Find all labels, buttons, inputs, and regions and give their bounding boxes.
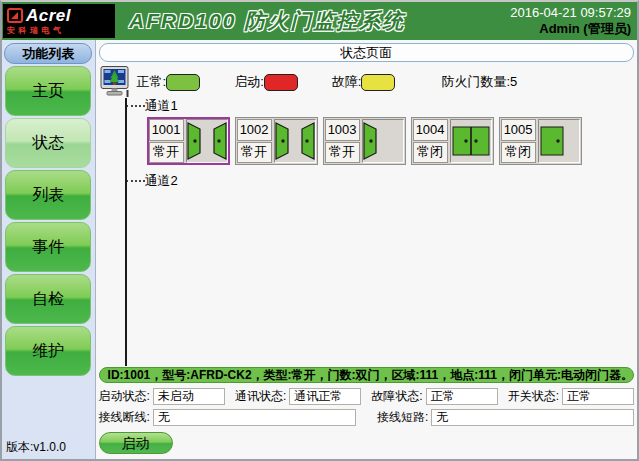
door-card-1002[interactable]: 1002常开 (235, 117, 318, 165)
status-fields-row1: 启动状态:未启动通讯状态:通讯正常故障状态:正常开关状态:正常 (99, 388, 634, 405)
wiring-field-group-0: 接线断线:无 (99, 409, 356, 426)
door-type: 常开 (325, 142, 360, 164)
door-count-label: 防火门数量:5 (441, 73, 517, 91)
door-id: 1001 (149, 119, 184, 141)
door-card-1003[interactable]: 1003常开 (323, 117, 406, 165)
status-field-label-0: 启动状态: (99, 388, 150, 405)
app-window: Acrel 安科瑞电气 AFRD100 防火门监控系统 2016-04-21 0… (0, 0, 639, 461)
status-field-value-3: 正常 (562, 388, 634, 405)
brand-subtitle: 安科瑞电气 (7, 25, 109, 36)
status-field-group-3: 开关状态:正常 (508, 388, 634, 405)
legend-item-0: 正常: (137, 73, 201, 91)
door-state-icon (538, 119, 580, 163)
legend-label: 正常: (137, 73, 167, 91)
acrel-logo: Acrel 安科瑞电气 (3, 4, 115, 38)
start-button[interactable]: 启动 (99, 432, 173, 454)
tree-connector (126, 105, 145, 107)
main-panel: 状态页面 (96, 40, 637, 459)
sidebar-item-list[interactable]: 列表 (5, 170, 91, 220)
door-card-1001[interactable]: 1001常开 (147, 117, 230, 165)
page-title: 状态页面 (99, 43, 634, 62)
sidebar-title: 功能列表 (4, 43, 92, 64)
sidebar-item-home[interactable]: 主页 (5, 66, 91, 116)
tree-connector (126, 180, 145, 182)
app-title: AFRD100 防火门监控系统 (129, 7, 405, 35)
legend-swatch (361, 74, 395, 91)
sidebar-item-status[interactable]: 状态 (5, 118, 91, 168)
computer-icon[interactable] (99, 66, 131, 98)
door-card-1005[interactable]: 1005常闭 (499, 117, 582, 165)
status-field-value-1: 通讯正常 (289, 388, 361, 405)
sidebar-item-maintain[interactable]: 维护 (5, 326, 91, 376)
door-id: 1002 (237, 119, 272, 141)
version-label: 版本:v1.0.0 (6, 439, 66, 456)
tree-node-channel2[interactable]: 通道2 (99, 173, 634, 189)
legend-swatch (166, 74, 200, 91)
status-field-group-0: 启动状态:未启动 (99, 388, 225, 405)
acrel-logo-icon (7, 8, 23, 23)
sidebar: 功能列表 主页状态列表事件自检维护 版本:v1.0.0 (2, 40, 96, 459)
legend-row: 正常:启动:故障: 防火门数量:5 (99, 66, 634, 98)
wiring-field-label-1: 接线短路: (377, 409, 428, 426)
door-state-icon (274, 119, 316, 163)
legend-label: 故障: (332, 73, 362, 91)
status-field-value-0: 未启动 (153, 388, 225, 405)
door-type: 常开 (237, 142, 272, 164)
brand-name: Acrel (26, 7, 71, 24)
sidebar-item-event[interactable]: 事件 (5, 222, 91, 272)
status-field-value-2: 正常 (426, 388, 498, 405)
tree-node-channel1[interactable]: 通道1 (99, 98, 634, 114)
datetime-label: 2016-04-21 09:57:29 (510, 5, 631, 21)
doors-row: 1001常开1002常开1003常开1004常闭1005常闭 (147, 117, 634, 165)
sidebar-item-selfcheck[interactable]: 自检 (5, 274, 91, 324)
legend-label: 启动: (234, 73, 264, 91)
status-field-label-2: 故障状态: (371, 388, 422, 405)
header: Acrel 安科瑞电气 AFRD100 防火门监控系统 2016-04-21 0… (2, 2, 637, 40)
user-label: Admin (管理员) (510, 21, 631, 37)
door-id: 1004 (413, 119, 448, 141)
status-field-label-3: 开关状态: (508, 388, 559, 405)
status-fields-row2: 接线断线:无接线短路:无 (99, 409, 634, 426)
door-id: 1005 (501, 119, 536, 141)
status-field-label-1: 通讯状态: (235, 388, 286, 405)
legend-items: 正常:启动:故障: (131, 73, 430, 91)
status-field-group-1: 通讯状态:通讯正常 (235, 388, 361, 405)
door-type: 常开 (149, 142, 184, 164)
wiring-field-value-0: 无 (153, 409, 356, 426)
door-type: 常闭 (501, 142, 536, 164)
device-tree: 通道1 1001常开1002常开1003常开1004常闭1005常闭 通道2 (99, 98, 634, 366)
wiring-field-value-1: 无 (431, 409, 634, 426)
door-state-icon (186, 119, 228, 163)
status-field-group-2: 故障状态:正常 (371, 388, 497, 405)
door-state-icon (450, 119, 492, 163)
legend-item-1: 启动: (234, 73, 298, 91)
sidebar-buttons: 主页状态列表事件自检维护 (5, 64, 91, 376)
legend-swatch (264, 74, 298, 91)
door-type: 常闭 (413, 142, 448, 164)
door-summary-bar: ID:1001，型号:AFRD-CK2，类型:常开，门数:双门，区域:111，地… (99, 367, 634, 383)
door-state-icon (362, 119, 404, 163)
legend-item-2: 故障: (332, 73, 396, 91)
door-card-1004[interactable]: 1004常闭 (411, 117, 494, 165)
wiring-field-group-1: 接线短路:无 (377, 409, 634, 426)
door-id: 1003 (325, 119, 360, 141)
wiring-field-label-0: 接线断线: (99, 409, 150, 426)
